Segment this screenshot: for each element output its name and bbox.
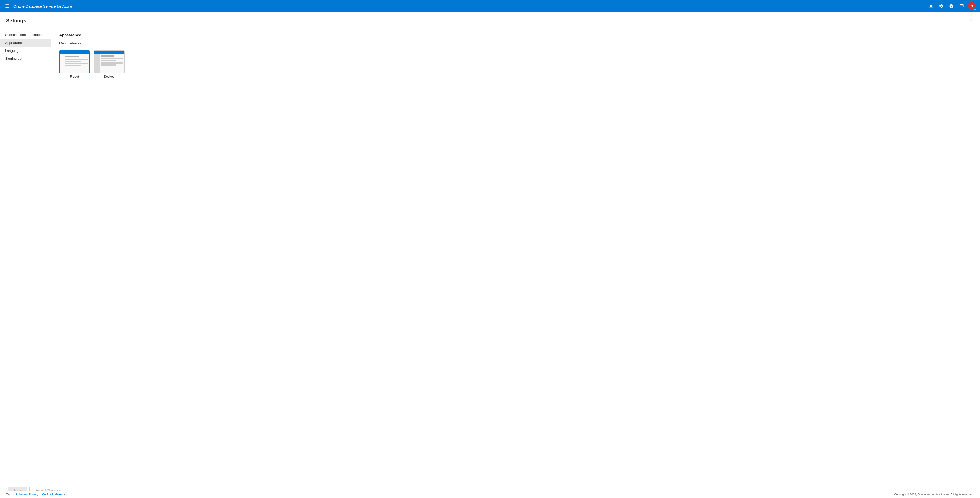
flyout-card-body: → (60, 54, 89, 73)
flyout-card-topbar (60, 51, 89, 54)
settings-header: Settings ✕ (0, 12, 980, 28)
content-title: Appearance (59, 33, 972, 37)
hamburger-icon[interactable]: ☰ (4, 2, 10, 10)
docked-line-3 (100, 62, 123, 64)
docked-card-body (94, 54, 124, 73)
terms-link[interactable]: Terms of Use and Privacy (6, 493, 38, 496)
feedback-icon[interactable] (958, 2, 966, 10)
footer-links: Terms of Use and Privacy Cookie Preferen… (6, 493, 67, 496)
help-icon[interactable] (947, 2, 956, 10)
docked-sidebar (94, 54, 100, 73)
menu-option-docked[interactable]: Docked (94, 50, 124, 78)
app-title: Oracle Database Service for Azure (13, 4, 72, 8)
docked-line-4 (100, 64, 116, 65)
docked-label: Docked (104, 75, 115, 78)
flyout-line-1 (65, 59, 88, 60)
docked-card-topbar (94, 51, 124, 54)
docked-line-1 (100, 58, 123, 59)
settings-content: Appearance Menu behavior → (51, 28, 980, 482)
flyout-label: Flyout (70, 75, 79, 78)
flyout-line-2 (65, 61, 81, 62)
docked-main-content (100, 54, 124, 73)
docked-line-2 (100, 60, 116, 62)
sidebar-item-language[interactable]: Language (0, 47, 51, 55)
avatar[interactable]: D (968, 2, 976, 10)
avatar-badge (974, 8, 977, 11)
sidebar-item-appearance[interactable]: Appearance (0, 39, 51, 47)
flyout-line-4 (65, 65, 81, 66)
topbar-left: ☰ Oracle Database Service for Azure (4, 2, 72, 10)
docked-line-header (100, 56, 114, 57)
copyright-text: Copyright © 2023, Oracle and/or its affi… (894, 493, 974, 496)
settings-panel: Settings ✕ Subscriptions + locations App… (0, 12, 980, 498)
sidebar-item-subscriptions[interactable]: Subscriptions + locations (0, 31, 51, 39)
main-wrapper: Settings ✕ Subscriptions + locations App… (0, 12, 980, 498)
flyout-card[interactable]: → (59, 50, 90, 73)
flyout-content-lines (65, 56, 88, 66)
flyout-line-3 (65, 63, 88, 64)
topbar-right: D (927, 2, 976, 10)
topbar: ☰ Oracle Database Service for Azure D (0, 0, 980, 12)
menu-option-flyout[interactable]: → Flyout (59, 50, 90, 78)
settings-nav: Subscriptions + locations Appearance Lan… (0, 28, 51, 482)
settings-title: Settings (6, 18, 26, 24)
subsection-label: Menu behavior (59, 41, 972, 45)
menu-options: → Flyout (59, 50, 972, 78)
flyout-line-header (65, 56, 79, 57)
page-footer: Terms of Use and Privacy Cookie Preferen… (0, 491, 980, 498)
sidebar-item-signing-out[interactable]: Signing out (0, 55, 51, 62)
flyout-arrow-icon: → (61, 56, 64, 59)
cookie-link[interactable]: Cookie Preferences (42, 493, 67, 496)
docked-card[interactable] (94, 50, 124, 73)
notification-icon[interactable] (927, 2, 935, 10)
close-button[interactable]: ✕ (968, 17, 974, 24)
settings-body: Subscriptions + locations Appearance Lan… (0, 28, 980, 482)
gear-icon[interactable] (937, 2, 945, 10)
